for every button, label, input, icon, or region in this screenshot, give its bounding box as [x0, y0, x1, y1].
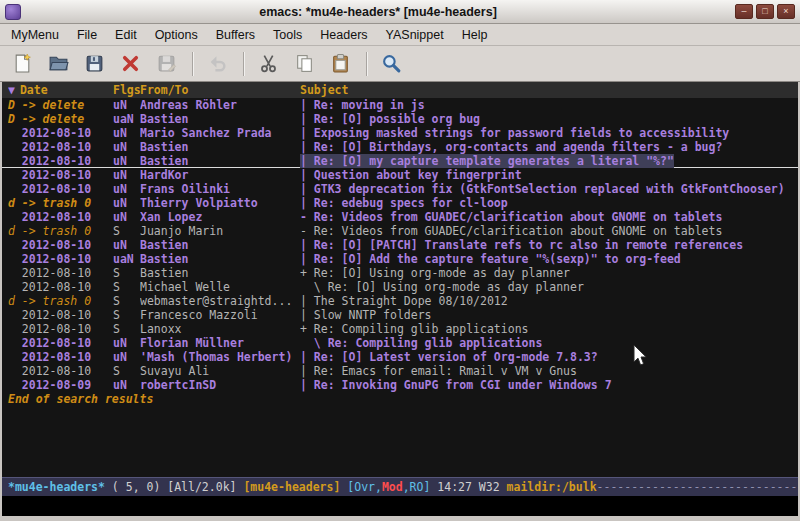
emacs-frame: ▼Date Flgs From/To Subject D -> delete u…	[2, 82, 798, 516]
modeline-buffer-name[interactable]: *mu4e-headers*	[8, 478, 105, 496]
message-from: Xan Lopez	[140, 210, 300, 224]
column-header-date[interactable]: ▼Date	[8, 82, 113, 98]
message-row[interactable]: 2012-08-10 uN HardKor | Question about k…	[2, 168, 798, 182]
column-header-from[interactable]: From/To	[140, 82, 300, 98]
copy-icon[interactable]	[290, 49, 320, 79]
message-subject: | Re: [O] Birthdays, org-contacts and ag…	[300, 140, 722, 154]
message-flags: uN	[113, 378, 140, 392]
message-list: D -> delete uN Andreas Röhler | Re: movi…	[2, 98, 798, 392]
save-icon[interactable]	[80, 49, 110, 79]
message-flags: uN	[113, 210, 140, 224]
message-subject: | Re: Invoking GnuPG from CGI under Wind…	[300, 378, 612, 392]
message-row[interactable]: D -> delete uN Andreas Röhler | Re: movi…	[2, 98, 798, 112]
kill-buffer-icon[interactable]	[116, 49, 146, 79]
message-row[interactable]: 2012-08-10 uN 'Mash (Thomas Herbert) | R…	[2, 350, 798, 364]
message-date: 2012-08-10	[8, 266, 113, 280]
titlebar[interactable]: emacs: *mu4e-headers* [mu4e-headers] –□×	[0, 0, 800, 24]
cut-icon[interactable]	[254, 49, 284, 79]
message-row[interactable]: 2012-08-10 uN Xan Lopez - Re: Videos fro…	[2, 210, 798, 224]
message-date: 2012-08-09	[8, 378, 113, 392]
menu-file[interactable]: File	[68, 25, 106, 45]
message-flags: S	[113, 224, 140, 238]
message-row[interactable]: 2012-08-10 uN Bastien | Re: [O] [PATCH] …	[2, 238, 798, 252]
message-subject: | Question about key fingerprint	[300, 168, 522, 182]
message-row[interactable]: d -> trash 0 S Juanjo Marin - Re: Videos…	[2, 224, 798, 238]
header-line: ▼Date Flgs From/To Subject	[2, 82, 798, 98]
message-row[interactable]: 2012-08-10 S Michael Welle \ Re: [O] Usi…	[2, 280, 798, 294]
mode-line: *mu4e-headers* ( 5, 0) [All/2.0k] [mu4e-…	[2, 477, 798, 496]
message-row[interactable]: 2012-08-09 uN robertcInSD | Re: Invoking…	[2, 378, 798, 392]
message-flags: uN	[113, 168, 140, 182]
search-icon[interactable]	[377, 49, 407, 79]
message-flags: S	[113, 266, 140, 280]
column-header-subject[interactable]: Subject	[300, 82, 798, 98]
emacs-window: emacs: *mu4e-headers* [mu4e-headers] –□×…	[0, 0, 800, 516]
modeline-time: 14:27 W32	[437, 478, 506, 496]
menu-edit[interactable]: Edit	[106, 25, 146, 45]
message-flags: uN	[113, 154, 140, 168]
window-controls: –□×	[735, 4, 795, 19]
message-flags: uN	[113, 140, 140, 154]
new-file-icon[interactable]	[8, 49, 38, 79]
message-subject: + Re: [O] Using org-mode as day planner	[300, 266, 570, 280]
window-title: emacs: *mu4e-headers* [mu4e-headers]	[21, 5, 735, 19]
sort-descending-icon: ▼	[8, 83, 15, 97]
modeline-position: ( 5, 0)	[105, 478, 167, 496]
message-subject: | Slow NNTP folders	[300, 308, 432, 322]
message-date: 2012-08-10	[8, 154, 113, 168]
message-date: D -> delete	[8, 98, 113, 112]
message-date: 2012-08-10	[8, 350, 113, 364]
modeline-size: [All/2.0k]	[167, 478, 243, 496]
maximize-button[interactable]: □	[756, 4, 774, 19]
message-flags: uN	[113, 238, 140, 252]
menu-headers[interactable]: Headers	[311, 25, 376, 45]
menu-buffers[interactable]: Buffers	[207, 25, 264, 45]
message-subject: | Re: [O] Latest version of Org-mode 7.8…	[300, 350, 598, 364]
message-row[interactable]: 2012-08-10 S Lanoxx + Re: Compiling glib…	[2, 322, 798, 336]
message-row[interactable]: 2012-08-10 S Francesco Mazzoli | Slow NN…	[2, 308, 798, 322]
message-flags: uN	[113, 126, 140, 140]
message-from: Bastien	[140, 140, 300, 154]
message-from: Bastien	[140, 238, 300, 252]
message-row[interactable]: d -> trash 0 S webmaster@straightd... | …	[2, 294, 798, 308]
menu-options[interactable]: Options	[146, 25, 207, 45]
menu-yasnippet[interactable]: YASnippet	[377, 25, 453, 45]
message-flags: uN	[113, 336, 140, 350]
modeline-overwrite-flag: [Ovr,	[347, 478, 382, 496]
message-flags: S	[113, 280, 140, 294]
modeline-maildir: maildir:/bulk	[507, 478, 597, 496]
message-from: Frans Oilinki	[140, 182, 300, 196]
modeline-modified-flag[interactable]: Mod	[382, 478, 403, 496]
toolbar-separator	[366, 52, 367, 76]
message-subject: | Re: edebug specs for cl-loop	[300, 196, 508, 210]
minimize-button[interactable]: –	[735, 4, 753, 19]
modeline-readonly-flag: ,RO]	[403, 478, 438, 496]
buffer-empty-space[interactable]	[2, 406, 798, 477]
menu-mymenu[interactable]: MyMenu	[2, 25, 68, 45]
paste-icon[interactable]	[326, 49, 356, 79]
message-flags: S	[113, 294, 140, 308]
message-row[interactable]: D -> delete uaN Bastien | Re: [O] possib…	[2, 112, 798, 126]
message-row[interactable]: d -> trash 0 uN Thierry Volpiatto | Re: …	[2, 196, 798, 210]
column-header-date-label: Date	[20, 83, 48, 97]
message-from: Lanoxx	[140, 322, 300, 336]
menu-tools[interactable]: Tools	[264, 25, 311, 45]
message-subject: | Exposing masked strings for password f…	[300, 126, 729, 140]
message-row[interactable]: 2012-08-10 S Suvayu Ali | Re: Emacs for …	[2, 364, 798, 378]
modeline-major-mode[interactable]: [mu4e-headers]	[243, 478, 347, 496]
column-header-flags[interactable]: Flgs	[113, 82, 140, 98]
message-from: Suvayu Ali	[140, 364, 300, 378]
message-row[interactable]: 2012-08-10 uaN Bastien | Re: [O] Add the…	[2, 252, 798, 266]
close-button[interactable]: ×	[777, 4, 795, 19]
message-row[interactable]: 2012-08-10 uN Bastien | Re: [O] my captu…	[2, 154, 798, 168]
message-row[interactable]: 2012-08-10 uN Frans Oilinki | GTK3 depre…	[2, 182, 798, 196]
message-subject: \ Re: [O] Using org-mode as day planner	[300, 280, 584, 294]
menu-help[interactable]: Help	[453, 25, 497, 45]
message-date: 2012-08-10	[8, 210, 113, 224]
message-row[interactable]: 2012-08-10 uN Mario Sanchez Prada | Expo…	[2, 126, 798, 140]
open-file-icon[interactable]	[44, 49, 74, 79]
message-row[interactable]: 2012-08-10 uN Bastien | Re: [O] Birthday…	[2, 140, 798, 154]
message-row[interactable]: 2012-08-10 S Bastien + Re: [O] Using org…	[2, 266, 798, 280]
message-row[interactable]: 2012-08-10 uN Florian Müllner \ Re: Comp…	[2, 336, 798, 350]
message-date: 2012-08-10	[8, 280, 113, 294]
